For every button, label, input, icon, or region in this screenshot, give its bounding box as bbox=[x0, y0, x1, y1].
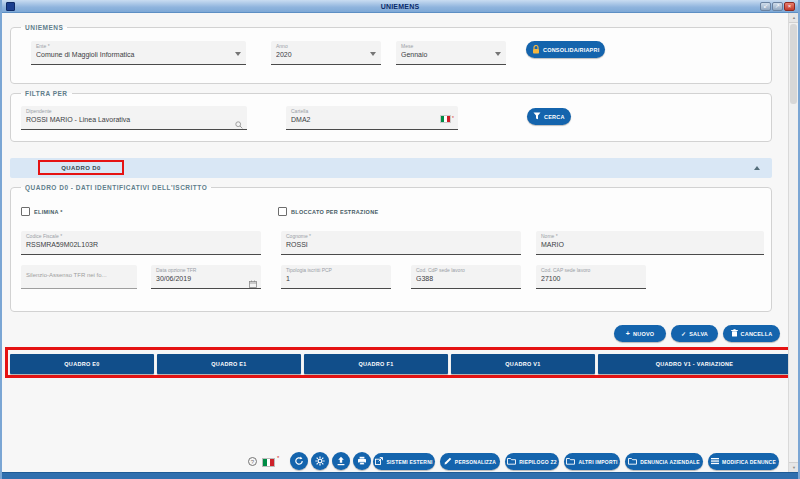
quadro-d0-legend: QUADRO D0 - DATI IDENTIFICATIVI DELL'ISC… bbox=[21, 184, 211, 191]
ente-select[interactable]: Ente * Comune di Maggioli Informatica bbox=[31, 41, 246, 65]
riepilogo-z2-button[interactable]: RIEPILOGO Z2 bbox=[505, 453, 559, 470]
plus-icon: + bbox=[626, 330, 630, 337]
elimina-checkbox[interactable]: ELIMINA * bbox=[21, 207, 63, 216]
codice-fiscale-value: RSSMRA59M02L103R bbox=[26, 240, 257, 249]
cancella-label: CANCELLA bbox=[741, 331, 773, 337]
tipologia-iscritti-input[interactable]: Tipologia iscritti PCP 1 bbox=[281, 265, 391, 289]
scrollbar-thumb[interactable] bbox=[790, 24, 797, 104]
cod-cap-input[interactable]: Cod. CAP sede lavoro 27100 bbox=[536, 265, 646, 289]
cartella-select[interactable]: Cartella DMA2 * bbox=[286, 106, 458, 130]
cerca-label: CERCA bbox=[544, 114, 565, 120]
ente-value: Comune di Maggioli Informatica bbox=[36, 50, 242, 59]
print-button[interactable] bbox=[353, 452, 371, 470]
consolida-riapri-button[interactable]: CONSOLIDA/RIAPRI bbox=[526, 41, 605, 58]
uniemens-window: UNIEMENS ↙ ↗ × UNIEMENS Ente * Comune di… bbox=[0, 0, 800, 479]
help-icon[interactable]: ? bbox=[248, 457, 257, 466]
menu-hamburger-icon bbox=[711, 457, 719, 466]
anno-select[interactable]: Anno 2020 bbox=[271, 41, 381, 65]
altri-importi-button[interactable]: ALTRI IMPORTI bbox=[564, 453, 620, 470]
mese-select[interactable]: Mese Gennaio bbox=[396, 41, 506, 65]
cod-cdp-input[interactable]: Cod. CdP sede lavoro G388 bbox=[411, 265, 521, 289]
denuncia-aziendale-button[interactable]: DENUNCIA AZIENDALE bbox=[625, 453, 703, 470]
cartella-flag-wrap: * bbox=[440, 115, 454, 123]
tab-quadro-v1-variazione[interactable]: QUADRO V1 - VARIAZIONE bbox=[598, 354, 791, 374]
silenzio-assenso-input[interactable]: Silenzio-Assenso TFR nei fo... bbox=[21, 265, 137, 289]
vertical-scrollbar[interactable]: ▲ ▼ bbox=[788, 13, 798, 472]
riepilogo-z2-label: RIEPILOGO Z2 bbox=[519, 459, 556, 465]
close-button[interactable]: × bbox=[784, 2, 795, 11]
checkbox-icon[interactable] bbox=[21, 207, 30, 216]
quadro-d0-section: QUADRO D0 - DATI IDENTIFICATIVI DELL'ISC… bbox=[10, 184, 772, 312]
quadro-d0-panel-header[interactable]: QUADRO D0 bbox=[10, 158, 772, 178]
quadro-d0-panel-title: QUADRO D0 bbox=[61, 165, 101, 171]
cerca-button[interactable]: CERCA bbox=[527, 108, 571, 125]
chevron-down-icon bbox=[235, 52, 241, 56]
settings-button[interactable] bbox=[311, 452, 329, 470]
collapse-arrow-icon[interactable] bbox=[754, 166, 760, 170]
salva-button[interactable]: ✓ SALVA bbox=[671, 325, 718, 342]
chevron-down-icon bbox=[370, 52, 376, 56]
search-icon[interactable] bbox=[235, 115, 243, 133]
window-controls: ↙ ↗ × bbox=[760, 2, 795, 11]
cartella-label: Cartella bbox=[291, 108, 454, 114]
checkbox-icon[interactable] bbox=[278, 207, 287, 216]
annotation-red-box-tabs: QUADRO E0 QUADRO E1 QUADRO F1 QUADRO V1 … bbox=[5, 347, 796, 378]
dipendente-input[interactable]: Dipendente ROSSI MARIO - Linea Lavorativ… bbox=[21, 106, 247, 130]
modifica-denunce-button[interactable]: MODIFICA DENUNCE bbox=[708, 453, 779, 470]
calendar-icon[interactable] bbox=[249, 274, 257, 292]
minimize-button[interactable]: ↙ bbox=[760, 2, 771, 11]
consolida-riapri-label: CONSOLIDA/RIAPRI bbox=[543, 47, 599, 53]
upload-button[interactable] bbox=[332, 452, 350, 470]
sistemi-esterni-label: SISTEMI ESTERNI bbox=[386, 459, 432, 465]
lock-icon bbox=[532, 45, 540, 55]
trash-icon bbox=[731, 329, 738, 338]
tab-quadro-f1[interactable]: QUADRO F1 bbox=[304, 354, 448, 374]
printer-icon bbox=[357, 452, 367, 470]
cancella-button[interactable]: CANCELLA bbox=[723, 325, 780, 342]
nuovo-button[interactable]: + NUOVO bbox=[614, 325, 666, 342]
bloccato-label: BLOCCATO PER ESTRAZIONE bbox=[291, 209, 378, 215]
scroll-down-icon[interactable]: ▼ bbox=[789, 462, 799, 472]
tab-quadro-e1[interactable]: QUADRO E1 bbox=[157, 354, 301, 374]
window-title: UNIEMENS bbox=[381, 3, 420, 10]
tab-quadro-e0[interactable]: QUADRO E0 bbox=[10, 354, 154, 374]
personalizza-button[interactable]: PERSONALIZZA bbox=[440, 453, 500, 470]
bloccato-checkbox[interactable]: BLOCCATO PER ESTRAZIONE bbox=[278, 207, 378, 216]
folder-icon bbox=[507, 457, 516, 466]
italy-flag-icon[interactable] bbox=[262, 458, 275, 467]
tab-quadro-v1[interactable]: QUADRO V1 bbox=[451, 354, 595, 374]
maximize-button[interactable]: ↗ bbox=[772, 2, 783, 11]
flag-required-asterisk: * bbox=[277, 455, 279, 461]
cognome-label: Cognome * bbox=[286, 233, 517, 239]
salva-label: SALVA bbox=[689, 331, 708, 337]
data-opzione-tfr-label: Data opzione TFR bbox=[156, 267, 257, 273]
ente-label: Ente * bbox=[36, 43, 242, 49]
data-opzione-tfr-input[interactable]: Data opzione TFR 30/06/2019 bbox=[151, 265, 261, 289]
scroll-up-icon[interactable]: ▲ bbox=[789, 13, 799, 23]
data-opzione-tfr-value: 30/06/2019 bbox=[156, 274, 257, 283]
refresh-button[interactable] bbox=[290, 452, 308, 470]
personalizza-label: PERSONALIZZA bbox=[455, 459, 496, 465]
filtra-per-section: FILTRA PER Dipendente ROSSI MARIO - Line… bbox=[10, 90, 772, 142]
folder-icon bbox=[628, 457, 637, 466]
dipendente-label: Dipendente bbox=[26, 108, 243, 114]
codice-fiscale-label: Codice Fiscale * bbox=[26, 233, 257, 239]
altri-importi-label: ALTRI IMPORTI bbox=[578, 459, 617, 465]
dipendente-value: ROSSI MARIO - Linea Lavorativa bbox=[26, 115, 243, 124]
cod-cap-value: 27100 bbox=[541, 274, 642, 283]
title-bar: UNIEMENS ↙ ↗ × bbox=[2, 0, 798, 13]
app-icon bbox=[6, 2, 15, 11]
codice-fiscale-input[interactable]: Codice Fiscale * RSSMRA59M02L103R bbox=[21, 231, 261, 255]
filtra-per-legend: FILTRA PER bbox=[21, 90, 72, 97]
external-systems-icon bbox=[375, 457, 383, 466]
silenzio-assenso-label: Silenzio-Assenso TFR nei fo... bbox=[26, 272, 133, 278]
tipologia-iscritti-value: 1 bbox=[286, 274, 387, 283]
cognome-input[interactable]: Cognome * ROSSI bbox=[281, 231, 521, 255]
annotation-red-box: QUADRO D0 bbox=[38, 160, 124, 175]
required-asterisk: * bbox=[452, 115, 454, 121]
mese-value: Gennaio bbox=[401, 50, 502, 59]
filter-funnel-icon bbox=[533, 112, 541, 121]
modifica-denunce-label: MODIFICA DENUNCE bbox=[722, 459, 776, 465]
sistemi-esterni-button[interactable]: SISTEMI ESTERNI bbox=[373, 453, 435, 470]
nome-input[interactable]: Nome * MARIO bbox=[536, 231, 764, 255]
